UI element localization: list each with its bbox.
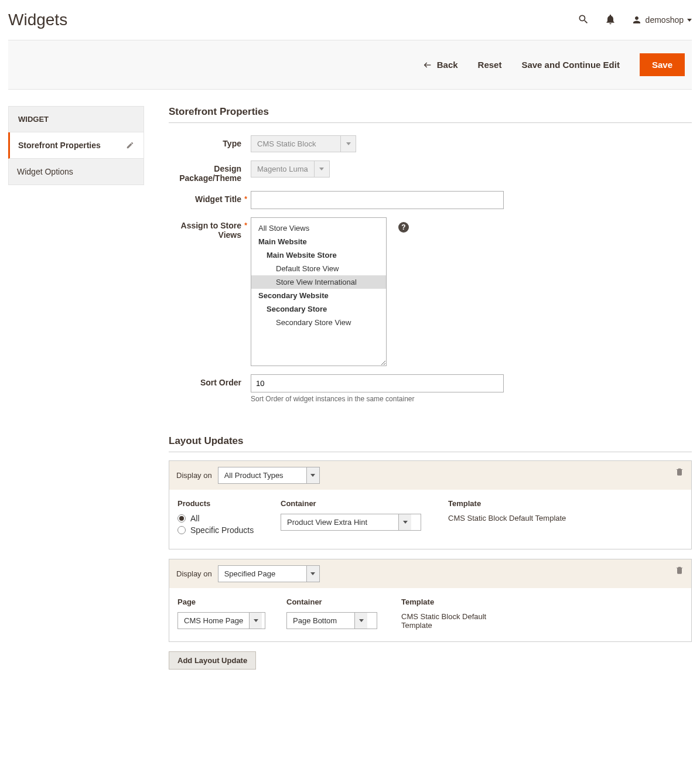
display-on-value: Specified Page [218,566,306,582]
save-button[interactable]: Save [640,53,685,76]
row-store-views: Assign to Store Views All Store ViewsMai… [169,213,692,370]
bell-icon[interactable] [605,13,616,27]
section-storefront-title: Storefront Properties [169,106,692,123]
col-products: Products All Specific Products [177,499,265,537]
template-text: CMS Static Block Default Template [401,612,501,630]
label-store-views: Assign to Store Views [169,217,251,240]
display-on-select[interactable]: Specified Page [218,565,320,582]
label-sort-order: Sort Order [169,374,251,387]
store-view-option[interactable]: Secondary Store View [251,316,386,329]
username: demoshop [646,15,684,25]
topbar-actions: demoshop [578,13,692,27]
content: Storefront Properties Type CMS Static Bl… [169,106,692,670]
label-display-on: Display on [176,569,212,578]
caret-down-icon [398,514,411,530]
sort-order-hint: Sort Order of widget instances in the sa… [251,395,692,403]
store-views-multiselect[interactable]: All Store ViewsMain WebsiteMain Website … [251,217,387,366]
layout-block: Display on All Product Types Products Al… [169,460,692,549]
sidebar: WIDGET Storefront Properties Widget Opti… [8,106,144,185]
store-view-option[interactable]: Secondary Store [251,302,386,316]
caret-down-icon [306,566,319,582]
trash-icon[interactable] [675,565,684,575]
sort-order-input[interactable] [251,374,504,392]
layout-block-header: Display on All Product Types [169,461,691,490]
store-view-option[interactable]: Secondary Website [251,289,386,302]
caret-down-icon [249,613,262,629]
store-view-option[interactable]: Default Store View [251,262,386,275]
theme-value: Magento Luma [251,161,314,177]
radio-option-specific[interactable]: Specific Products [177,525,265,535]
caret-down-icon [306,467,319,483]
help-icon[interactable]: ? [398,222,409,233]
display-on-select[interactable]: All Product Types [218,467,320,484]
arrow-left-icon [423,60,432,70]
type-select: CMS Static Block [251,135,356,152]
label-widget-title: Widget Title [169,191,251,204]
label-theme: Design Package/Theme [169,161,251,183]
col-label-products: Products [177,499,265,508]
layout-block-header: Display on Specified Page [169,559,691,588]
caret-down-icon [687,19,692,22]
col-label-container: Container [286,597,386,606]
search-icon[interactable] [578,13,589,27]
layout-block-body: Products All Specific Products Container [169,490,691,549]
row-sort-order: Sort Order Sort Order of widget instance… [169,370,692,407]
page-value: CMS Home Page [178,613,249,629]
label-type: Type [169,135,251,148]
sidebar-item-widget-options[interactable]: Widget Options [8,159,144,185]
topbar: Widgets demoshop [8,8,692,40]
widget-title-input[interactable] [251,191,504,209]
pencil-icon [126,141,134,149]
sidebar-item-storefront-properties[interactable]: Storefront Properties [8,132,144,159]
radio-icon [177,526,186,534]
page-title: Widgets [8,11,67,29]
add-layout-update-button[interactable]: Add Layout Update [169,651,256,670]
layout-block: Display on Specified Page Page CMS Home … [169,559,692,642]
layout-block-body: Page CMS Home Page Container Page Bottom [169,588,691,641]
page-select[interactable]: CMS Home Page [177,612,265,629]
container-select[interactable]: Page Bottom [286,612,377,629]
template-text: CMS Static Block Default Template [448,514,566,523]
col-template: Template CMS Static Block Default Templa… [401,597,501,630]
main-layout: WIDGET Storefront Properties Widget Opti… [8,106,692,670]
store-view-option[interactable]: Main Website Store [251,248,386,262]
container-value: Product View Extra Hint [281,514,398,530]
col-label-page: Page [177,597,271,606]
container-select[interactable]: Product View Extra Hint [281,514,421,531]
store-view-option[interactable]: Store View International [251,275,386,289]
reset-button[interactable]: Reset [478,60,502,70]
sidebar-item-label: Storefront Properties [18,141,101,150]
caret-down-icon [340,136,356,152]
type-value: CMS Static Block [251,136,340,152]
caret-down-icon [354,613,367,629]
container-value: Page Bottom [287,613,354,629]
section-layout-title: Layout Updates [169,435,692,452]
row-type: Type CMS Static Block [169,131,692,156]
theme-select: Magento Luma [251,161,330,177]
save-continue-button[interactable]: Save and Continue Edit [521,60,620,70]
sidebar-item-label: Widget Options [17,167,73,176]
sidebar-heading: WIDGET [8,106,144,132]
back-button[interactable]: Back [423,60,458,70]
col-container: Container Page Bottom [286,597,386,630]
col-label-template: Template [448,499,566,508]
radio-icon [177,514,186,523]
radio-label: Specific Products [190,525,254,535]
radio-label: All [190,514,200,523]
label-display-on: Display on [176,471,212,480]
trash-icon[interactable] [675,467,684,476]
store-view-option[interactable]: Main Website [251,235,386,248]
row-theme: Design Package/Theme Magento Luma [169,156,692,187]
store-view-option[interactable]: All Store Views [251,221,386,235]
user-menu[interactable]: demoshop [631,15,692,25]
row-widget-title: Widget Title [169,187,692,213]
user-icon [631,15,642,25]
layout-updates-section: Layout Updates Display on All Product Ty… [169,435,692,670]
col-label-container: Container [281,499,433,508]
radio-option-all[interactable]: All [177,514,265,523]
col-template: Template CMS Static Block Default Templa… [448,499,566,537]
display-on-value: All Product Types [218,467,306,483]
col-container: Container Product View Extra Hint [281,499,433,537]
col-label-template: Template [401,597,501,606]
caret-down-icon [314,161,329,177]
